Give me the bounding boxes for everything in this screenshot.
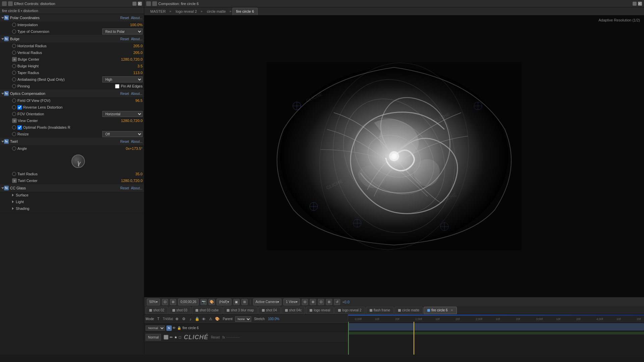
reverse-lens-checkbox[interactable] — [17, 105, 22, 110]
optics-header[interactable]: fx Optics Compensation Reset About... — [0, 90, 144, 97]
tl-icon-warn[interactable]: ⚠ — [208, 316, 213, 322]
camera-icon[interactable]: 📷 — [201, 299, 207, 305]
layout-icon3[interactable]: ⊡ — [318, 299, 324, 305]
render-icon[interactable]: ▣ — [233, 299, 239, 305]
main-layout: Effect Controls: distortion ✕ fire circl… — [0, 0, 644, 355]
tab-logo-reveal-2[interactable]: logo reveal 2 — [172, 8, 200, 15]
view-dropdown[interactable]: 1 View ▾ — [283, 299, 300, 305]
layout-icon2[interactable]: ⊠ — [310, 299, 316, 305]
polar-reset-btn[interactable]: Reset — [120, 16, 129, 20]
layer-lock-icon[interactable]: 🔒 — [177, 326, 181, 330]
twirl-center-value[interactable]: 1280.0,720.0 — [121, 179, 143, 183]
tab-circle-matte[interactable]: circle matte — [204, 8, 229, 15]
star-icon[interactable]: ★ — [174, 335, 177, 340]
tab-flash-frame[interactable]: flash frame — [366, 307, 394, 314]
reset-icon[interactable]: ↺ — [334, 299, 340, 305]
comp-panel-close[interactable]: ✕ — [638, 2, 642, 6]
tab-shot03-cube[interactable]: shot 03 cube — [192, 307, 222, 314]
antialiasing-dropdown[interactable]: High Low — [102, 76, 143, 82]
tab-fire-close[interactable]: ✕ — [450, 308, 453, 312]
comp-panel-btn[interactable] — [633, 2, 637, 6]
vert-radius-value[interactable]: 205.0 — [133, 51, 143, 55]
tab-master[interactable]: MASTER — [147, 8, 169, 15]
horiz-radius-value[interactable]: 205.0 — [133, 44, 143, 48]
tl-icon-eye-tl[interactable]: 👁 — [201, 316, 207, 322]
optics-label: Optics Compensation — [10, 92, 120, 96]
tl-icon-color2[interactable]: 🎨 — [215, 316, 220, 322]
twirl-radius-icon — [12, 172, 16, 176]
tab-shot02[interactable]: shot 02 — [146, 307, 168, 314]
tl-icon-audio[interactable]: ♪ — [188, 316, 193, 322]
layer-eye-icon[interactable]: 👁 — [172, 326, 176, 330]
bulge-height-value[interactable]: 3.5 — [138, 64, 143, 68]
resize-dropdown[interactable]: Off On — [102, 131, 143, 137]
bulge-center-value[interactable]: 1280.0,720.0 — [121, 57, 143, 61]
optics-reset-btn[interactable]: Reset — [120, 92, 129, 96]
quality-dropdown[interactable]: (Half) ▾ — [217, 299, 231, 305]
polar-fx-icon: fx — [4, 15, 9, 20]
interpolation-value[interactable]: 100.0% — [130, 23, 143, 27]
twirl-section: fx Twirl Reset About... Angle 0x+173.5° — [0, 138, 144, 184]
active-camera-dropdown[interactable]: Active Camera ▾ — [253, 299, 282, 305]
panel-icon2 — [8, 1, 13, 6]
twirl-reset-btn[interactable]: Reset — [120, 140, 129, 143]
optics-about-btn[interactable]: About... — [131, 92, 143, 96]
effect-scroll[interactable]: fx Polar Coordinates Reset About... Inte… — [0, 14, 144, 355]
type-conversion-dropdown[interactable]: Rect to Polar Polar to Rect — [102, 28, 143, 35]
optimal-pixels-checkbox[interactable] — [17, 125, 22, 130]
panel-minimize[interactable] — [132, 2, 137, 6]
bulge-header[interactable]: fx Bulge Reset About... — [0, 35, 144, 43]
panel-close[interactable]: ✕ — [138, 2, 142, 6]
layout-icon4[interactable]: ⊞ — [326, 299, 332, 305]
playhead-line — [414, 322, 414, 355]
cc-glass-reset-btn[interactable]: Reset — [120, 186, 129, 190]
comp-panel-icon2 — [152, 1, 157, 6]
taper-radius-value[interactable]: 113.0 — [133, 71, 143, 75]
twirl-about-btn[interactable]: About... — [131, 140, 143, 143]
bulge-reset-btn[interactable]: Reset — [120, 37, 129, 41]
fov-orient-dropdown[interactable]: Horizontal Vertical — [102, 111, 143, 117]
zoom-dropdown-btn[interactable]: 50% ▾ — [147, 299, 160, 305]
tab-shot04[interactable]: shot 04 — [258, 307, 281, 314]
tl-icon-lock[interactable]: 🔒 — [195, 316, 200, 322]
fov-value[interactable]: 96.5 — [136, 99, 143, 103]
in-marker — [348, 322, 644, 355]
polar-about-btn[interactable]: About... — [131, 16, 143, 20]
tl-icon-add[interactable]: ⊕ — [174, 316, 180, 322]
shading-expand-icon — [12, 207, 14, 210]
parent-dropdown[interactable]: None — [235, 316, 251, 322]
pin-all-edges-checkbox[interactable] — [115, 84, 119, 88]
cc-glass-header[interactable]: fx CC Glass Reset About... — [0, 184, 144, 192]
layer-mode-select[interactable]: Normal — [146, 325, 165, 331]
twirl-dial[interactable] — [71, 155, 85, 168]
tab-shot3-blur[interactable]: shot 3 blur map — [223, 307, 258, 314]
polar-coordinates-header[interactable]: fx Polar Coordinates Reset About... — [0, 14, 144, 21]
tab-shot03[interactable]: shot 03 — [169, 307, 191, 314]
resize-row: Resize Off On — [0, 131, 144, 137]
grid-icon[interactable]: ⊞ — [241, 299, 248, 305]
twirl-angle-value[interactable]: 0x+173.5° — [126, 146, 143, 150]
twirl-radius-value[interactable]: 35.0 — [136, 172, 143, 176]
tab-fire-circle-6[interactable]: fire circle 6 — [232, 8, 258, 15]
view-center-value[interactable]: 1280.0,720.0 — [121, 119, 143, 123]
tab-shot04c[interactable]: shot 04c — [281, 307, 306, 314]
bulge-about-btn[interactable]: About... — [131, 37, 143, 41]
twirl-header[interactable]: fx Twirl Reset About... — [0, 138, 144, 145]
tab-circle-matte-tl[interactable]: circle matte — [394, 307, 423, 314]
fit-icon[interactable]: ⊡ — [162, 299, 168, 305]
twirl-expand-icon — [1, 141, 4, 142]
cc-glass-about-btn[interactable]: About... — [131, 186, 143, 190]
pen-icon[interactable]: ✏ — [170, 335, 173, 340]
tl-icon-settings[interactable]: ⚙ — [181, 316, 186, 322]
status-mode-display[interactable]: Normal — [146, 334, 161, 341]
tab-logo-reveal2[interactable]: logo reveal 2 — [334, 307, 365, 314]
safe-zones-icon[interactable]: ⊞ — [170, 299, 176, 305]
timecode-display[interactable]: 0;00;00;26 — [178, 299, 199, 305]
reset-label[interactable]: Reset — [211, 336, 220, 339]
color-well[interactable] — [164, 335, 168, 340]
surface-row: Surface — [0, 192, 144, 198]
tab-logo-reveal[interactable]: logo reveal — [306, 307, 334, 314]
layout-icon1[interactable]: ⊟ — [302, 299, 308, 305]
color-icon[interactable]: 🎨 — [209, 299, 215, 305]
tab-fire-circle6-tl[interactable]: fire circle 6 ✕ — [424, 307, 457, 314]
